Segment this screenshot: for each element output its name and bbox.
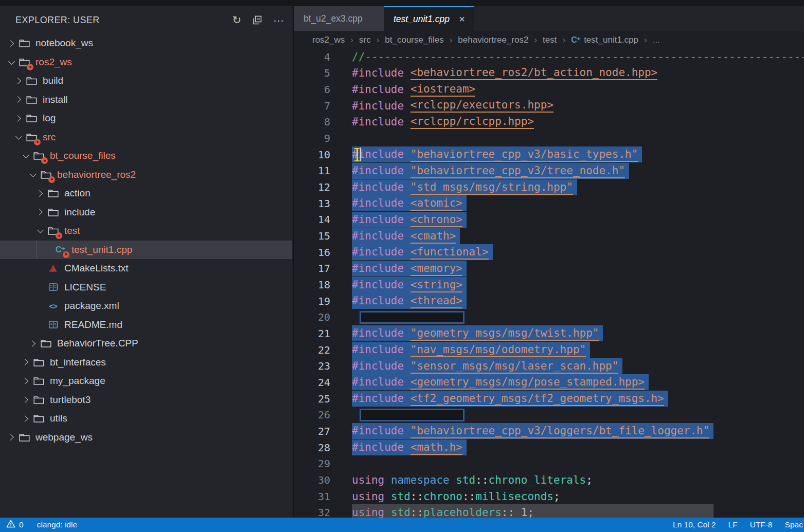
tree-item-label: src xyxy=(43,132,56,143)
collapse-folders-icon[interactable] xyxy=(252,14,263,26)
code-line-20[interactable]: 20 xyxy=(294,309,804,326)
tree-item-ros2-ws[interactable]: ros2_ws xyxy=(0,53,292,72)
code-editor[interactable]: 4//-------------------------------------… xyxy=(294,49,804,518)
token: milliseconds xyxy=(475,490,553,503)
code-line-4[interactable]: 4//-------------------------------------… xyxy=(294,49,804,65)
tree-item-bt-course-files[interactable]: bt_course_files xyxy=(0,146,292,166)
token: using xyxy=(352,490,384,503)
status-item-lf[interactable]: LF xyxy=(728,520,738,529)
tree-item-behaviortree-ros2[interactable]: behaviortree_ros2 xyxy=(0,166,292,185)
code-line-17[interactable]: 17#include <memory> xyxy=(294,261,804,277)
folder-icon xyxy=(32,150,45,161)
code-line-22[interactable]: 22#include "nav_msgs/msg/odometry.hpp" xyxy=(294,342,804,358)
breadcrumb-item-ros2-ws[interactable]: ros2_ws xyxy=(312,35,345,45)
code-line-12[interactable]: 12#include "std_msgs/msg/string.hpp" xyxy=(294,179,804,195)
token: #include xyxy=(352,360,404,372)
code-line-9[interactable]: 9 xyxy=(294,130,804,146)
chevron-right-icon xyxy=(20,379,32,383)
token xyxy=(404,441,410,453)
editor-tab-test-unit1-cpp[interactable]: test_unit1.cpp× xyxy=(384,6,474,31)
tree-item-include[interactable]: include xyxy=(0,203,292,222)
tree-item-label: log xyxy=(43,113,56,124)
tree-item-action[interactable]: action xyxy=(0,184,292,203)
status-item-utf-8[interactable]: UTF-8 xyxy=(750,520,773,529)
tree-item-package-xml[interactable]: <>package.xml xyxy=(0,297,292,316)
breadcrumb-item-src[interactable]: src xyxy=(359,35,371,45)
code-line-18[interactable]: 18#include <string> xyxy=(294,277,804,293)
tree-item-readme-md[interactable]: README.md xyxy=(0,316,292,335)
code-line-30[interactable]: 30using namespace std::chrono_literals; xyxy=(294,472,804,488)
status-item-spac[interactable]: Spac xyxy=(785,520,803,529)
token: :: xyxy=(462,490,475,503)
problem-badge-icon xyxy=(56,232,62,239)
code-line-text: #include "behaviortree_cpp_v3/loggers/bt… xyxy=(352,423,713,439)
tree-item-build[interactable]: build xyxy=(0,71,292,90)
breadcrumb-item-test-unit1-cpp[interactable]: C⁺test_unit1.cpp xyxy=(571,35,638,45)
selection-empty-line-box xyxy=(360,311,464,324)
tree-item-cmakelists-txt[interactable]: CMakeLists.txt xyxy=(0,259,292,278)
code-line-6[interactable]: 6#include <iostream> xyxy=(294,81,804,98)
more-actions-icon[interactable]: ··· xyxy=(273,14,284,26)
code-line-5[interactable]: 5#include <behaviortree_ros2/bt_action_n… xyxy=(294,65,804,82)
breadcrumb-item-test[interactable]: test xyxy=(543,35,557,45)
code-line-10[interactable]: 10#include "behaviortree_cpp_v3/basic_ty… xyxy=(294,146,804,163)
selection-highlight: #include <functional> xyxy=(352,244,493,260)
tree-item-turtlebot3[interactable]: turtlebot3 xyxy=(0,391,292,410)
close-icon[interactable]: × xyxy=(459,14,465,24)
line-number: 7 xyxy=(294,100,352,112)
tree-item-behaviortree-cpp[interactable]: BehaviorTree.CPP xyxy=(0,334,292,353)
code-line-21[interactable]: 21#include "geometry_msgs/msg/twist.hpp" xyxy=(294,325,804,342)
token: #include xyxy=(352,327,404,339)
tree-item-utils[interactable]: utils xyxy=(0,409,292,428)
refresh-icon[interactable]: ↻ xyxy=(232,14,241,26)
status-item-clangd-idle[interactable]: clangd: idle xyxy=(37,520,77,529)
status-item-ln-10-col-2[interactable]: Ln 10, Col 2 xyxy=(673,520,716,529)
breadcrumb-item--[interactable]: ... xyxy=(653,35,660,45)
book-icon xyxy=(46,282,60,293)
folder-icon xyxy=(32,357,45,368)
token: <thread> xyxy=(410,295,462,308)
code-line-24[interactable]: 24#include <geometry_msgs/msg/pose_stamp… xyxy=(294,374,804,391)
code-line-25[interactable]: 25#include <tf2_geometry_msgs/tf2_geomet… xyxy=(294,391,804,407)
code-line-23[interactable]: 23#include "sensor_msgs/msg/laser_scan.h… xyxy=(294,358,804,374)
code-line-28[interactable]: 28#include <math.h> xyxy=(294,439,804,456)
horizontal-scrollbar[interactable] xyxy=(352,504,713,518)
tree-item-label: webpage_ws xyxy=(35,432,93,443)
tree-item-label: ros2_ws xyxy=(35,57,72,68)
code-line-7[interactable]: 7#include <rclcpp/executors.hpp> xyxy=(294,98,804,114)
breadcrumb-item-bt-course-files[interactable]: bt_course_files xyxy=(385,35,443,45)
breadcrumb-item-behaviortree-ros2[interactable]: behaviortree_ros2 xyxy=(458,35,528,45)
chevron-right-icon xyxy=(27,341,39,346)
code-line-16[interactable]: 16#include <functional> xyxy=(294,244,804,261)
tree-item-log[interactable]: log xyxy=(0,109,292,128)
code-line-19[interactable]: 19#include <thread> xyxy=(294,293,804,309)
code-line-15[interactable]: 15#include <cmath> xyxy=(294,228,804,244)
tree-item-test-unit1-cpp[interactable]: C⁺×test_unit1.cpp xyxy=(0,241,292,260)
tree-item-test[interactable]: test xyxy=(0,222,292,241)
tree-item-notebook-ws[interactable]: notebook_ws xyxy=(0,34,292,53)
code-line-27[interactable]: 27#include "behaviortree_cpp_v3/loggers/… xyxy=(294,423,804,439)
code-line-14[interactable]: 14#include <chrono> xyxy=(294,212,804,228)
chevron-down-icon xyxy=(27,173,39,176)
tree-item-install[interactable]: install xyxy=(0,90,292,109)
tree-item-bt-interfaces[interactable]: bt_interfaces xyxy=(0,353,292,372)
status-item-0[interactable]: 0 xyxy=(6,520,24,530)
tree-item-license[interactable]: LICENSE xyxy=(0,278,292,297)
tree-item-src[interactable]: src xyxy=(0,128,292,147)
code-line-13[interactable]: 13#include <atomic> xyxy=(294,195,804,212)
line-number: 23 xyxy=(294,360,352,372)
token xyxy=(404,295,410,307)
selection-highlight: #include "behaviortree_cpp_v3/loggers/bt… xyxy=(352,423,713,439)
tree-item-webpage-ws[interactable]: webpage_ws xyxy=(0,428,292,447)
code-line-8[interactable]: 8#include <rclcpp/rclcpp.hpp> xyxy=(294,114,804,131)
code-line-29[interactable]: 29 xyxy=(294,455,804,472)
tree-item-my-package[interactable]: my_package xyxy=(0,372,292,391)
code-line-11[interactable]: 11#include "behaviortree_cpp_v3/tree_nod… xyxy=(294,163,804,179)
code-line-26[interactable]: 26 xyxy=(294,407,804,423)
cpp-icon: C⁺× xyxy=(53,244,67,255)
code-line-text: #include <behaviortree_ros2/bt_action_no… xyxy=(352,65,657,82)
code-line-text: #include <tf2_geometry_msgs/tf2_geometry… xyxy=(352,391,668,407)
code-line-31[interactable]: 31using std::chrono::milliseconds; xyxy=(294,488,804,505)
tree-item-label: README.md xyxy=(64,319,122,331)
editor-tab-bt-u2-ex3-cpp[interactable]: bt_u2_ex3.cpp xyxy=(294,6,384,31)
